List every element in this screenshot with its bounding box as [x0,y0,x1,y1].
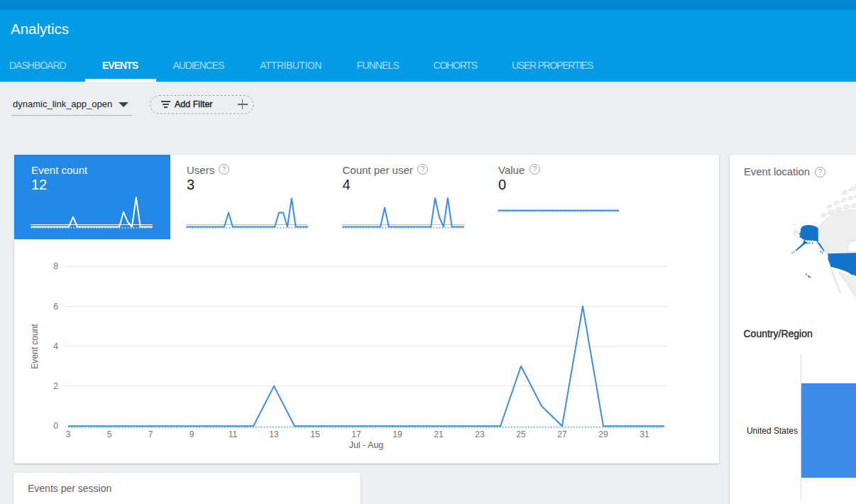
svg-text:17: 17 [351,429,361,439]
svg-text:27: 27 [557,429,567,439]
svg-text:7: 7 [148,429,153,439]
svg-text:13: 13 [269,429,279,439]
svg-text:2: 2 [53,381,58,391]
svg-text:8: 8 [53,261,58,271]
svg-text:29: 29 [598,429,608,439]
svg-text:25: 25 [516,429,526,439]
svg-text:4: 4 [53,341,58,351]
svg-text:11: 11 [229,429,238,439]
svg-text:15: 15 [310,429,320,439]
svg-text:Jul - Aug: Jul - Aug [349,440,384,450]
svg-text:0: 0 [53,421,58,431]
svg-text:Event count: Event count [30,324,40,369]
svg-text:5: 5 [107,429,112,439]
svg-text:31: 31 [640,429,649,439]
svg-text:9: 9 [190,429,194,439]
svg-text:21: 21 [434,429,444,439]
svg-text:19: 19 [393,429,402,439]
svg-text:23: 23 [475,429,485,439]
svg-text:6: 6 [53,302,58,312]
svg-text:3: 3 [66,429,71,439]
